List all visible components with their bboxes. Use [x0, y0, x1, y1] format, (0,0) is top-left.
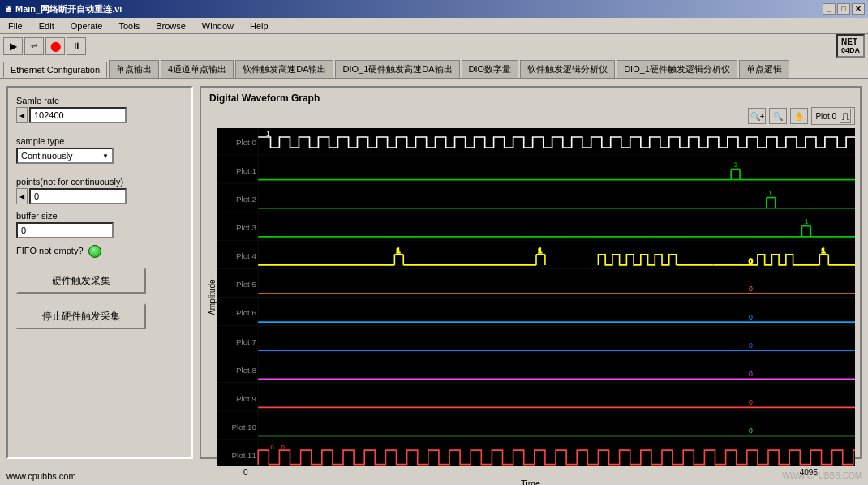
svg-text:0: 0: [749, 341, 753, 350]
svg-text:1: 1: [266, 130, 270, 138]
sample-rate-input[interactable]: 102400: [29, 107, 127, 123]
tab-4ch-output[interactable]: 4通道单点输出: [161, 60, 234, 78]
graph-title: Digital Waveform Graph: [206, 92, 855, 104]
tab-dio-digital[interactable]: DIO数字量: [462, 60, 519, 78]
svg-text:Plot 10: Plot 10: [231, 423, 256, 431]
svg-text:0: 0: [749, 257, 753, 265]
y-axis-label: Amplitude: [206, 128, 217, 466]
svg-text:Plot 1: Plot 1: [236, 166, 256, 175]
zoom-out-button[interactable]: 🔍: [769, 108, 787, 124]
start-hw-trigger-button[interactable]: 硬件触发采集: [16, 268, 146, 294]
return-button[interactable]: ↩: [24, 37, 44, 55]
right-panel: Digital Waveform Graph 🔍+ 🔍 ✋ Plot 0 ⎍ A…: [200, 86, 862, 459]
minimize-button[interactable]: _: [823, 3, 836, 15]
svg-text:1: 1: [538, 247, 542, 255]
tab-ethernet-configuration[interactable]: Ethernet Configuration: [3, 62, 107, 78]
menu-browse[interactable]: Browse: [151, 19, 191, 32]
svg-text:Plot 0: Plot 0: [236, 138, 257, 147]
dropdown-arrow-icon: ▼: [102, 152, 109, 160]
buffer-size-input[interactable]: 0: [16, 222, 114, 238]
plot-select[interactable]: Plot 0 ⎍: [811, 107, 855, 125]
graph-inner[interactable]: Plot 0 1 Plot 1: [217, 128, 855, 466]
sample-rate-input-group: ◀ 102400: [16, 107, 183, 123]
x-axis-start: 0: [243, 468, 248, 477]
net-indicator: NET NET 04DA 04DA: [836, 34, 865, 58]
title-bar-controls: _ □ ✕: [823, 3, 865, 15]
stop-button[interactable]: ⬤: [45, 37, 65, 55]
pause-button[interactable]: ⏸: [67, 37, 86, 55]
tab-dio1-hw-logic[interactable]: DIO_1硬件触发逻辑分析仪: [617, 60, 737, 78]
menu-bar: File Edit Operate Tools Browse Window He…: [0, 18, 868, 34]
status-right: WWW.CPUBBS.COM: [782, 471, 862, 480]
svg-text:Plot 11: Plot 11: [231, 451, 256, 460]
svg-text:Plot 3: Plot 3: [236, 223, 257, 232]
sample-rate-label: Samle rate: [16, 96, 183, 105]
x-axis: 0 4095: [206, 466, 855, 477]
graph-container: Amplitude: [206, 128, 855, 485]
sample-rate-decrement[interactable]: ◀: [16, 107, 28, 123]
menu-tools[interactable]: Tools: [114, 19, 144, 32]
svg-text:Plot 5: Plot 5: [236, 280, 257, 289]
svg-text:1: 1: [768, 189, 772, 197]
sample-type-label: sample type: [16, 136, 183, 146]
pan-button[interactable]: ✋: [790, 108, 808, 124]
buffer-size-section: buffer size 0: [16, 211, 183, 238]
fifo-label: FIFO not empty?: [16, 246, 84, 255]
graph-toolbar: 🔍+ 🔍 ✋ Plot 0 ⎍: [206, 107, 855, 125]
svg-text:0: 0: [749, 427, 753, 435]
title-icon: 🖥: [3, 4, 12, 14]
main-content: Samle rate ◀ 102400 sample type Continuo…: [0, 79, 868, 466]
x-axis-title: Time: [206, 479, 855, 485]
tab-single-logic[interactable]: 单点逻辑: [739, 60, 789, 78]
tabs-bar: Ethernet Configuration 单点输出 4通道单点输出 软件触发…: [0, 58, 868, 79]
menu-operate[interactable]: Operate: [66, 19, 108, 32]
close-button[interactable]: ✕: [852, 3, 865, 15]
sample-rate-section: Samle rate ◀ 102400: [16, 96, 183, 123]
svg-text:Plot 7: Plot 7: [236, 337, 256, 346]
points-label: points(not for continuously): [16, 177, 183, 187]
run-button[interactable]: ▶: [3, 37, 23, 55]
toolbar: ▶ ↩ ⬤ ⏸ NET NET 04DA 04DA: [0, 34, 868, 58]
svg-text:Plot 4: Plot 4: [236, 251, 257, 260]
buffer-size-label: buffer size: [16, 211, 183, 221]
svg-text:0: 0: [749, 313, 753, 321]
svg-text:0: 0: [749, 370, 753, 378]
window-title: Main_网络断开自动重连.vi: [15, 3, 122, 15]
svg-text:0: 0: [749, 398, 753, 406]
stop-hw-trigger-button[interactable]: 停止硬件触发采集: [16, 303, 146, 329]
title-bar: 🖥 Main_网络断开自动重连.vi _ □ ✕: [0, 0, 868, 18]
points-input[interactable]: 0: [29, 188, 127, 204]
sample-type-section: sample type Continuously ▼: [16, 136, 183, 164]
svg-text:0: 0: [271, 444, 274, 451]
svg-text:Plot 8: Plot 8: [236, 366, 257, 375]
status-left: www.cpubbs.com: [6, 471, 76, 481]
tab-dio1-hw-da[interactable]: DIO_1硬件触发高速DA输出: [335, 60, 459, 78]
tab-single-output[interactable]: 单点输出: [109, 60, 159, 78]
waveform-icon: ⎍: [840, 109, 851, 123]
menu-file[interactable]: File: [3, 19, 28, 32]
svg-text:Plot 6: Plot 6: [236, 308, 257, 317]
points-decrement[interactable]: ◀: [16, 188, 28, 204]
points-input-group: ◀ 0: [16, 188, 183, 204]
waveform-graph[interactable]: Plot 0 1 Plot 1: [217, 128, 855, 466]
fifo-section: FIFO not empty?: [16, 245, 183, 258]
sample-type-dropdown[interactable]: Continuously ▼: [16, 148, 114, 164]
plot-select-label: Plot 0: [815, 112, 836, 121]
fifo-led: [88, 245, 101, 258]
menu-window[interactable]: Window: [197, 19, 238, 32]
tab-sw-logic[interactable]: 软件触发逻辑分析仪: [520, 60, 615, 78]
svg-text:1: 1: [397, 247, 401, 255]
points-section: points(not for continuously) ◀ 0: [16, 177, 183, 204]
title-bar-title: 🖥 Main_网络断开自动重连.vi: [3, 3, 122, 15]
svg-text:Plot 9: Plot 9: [236, 394, 256, 403]
svg-text:0: 0: [749, 285, 753, 293]
maximize-button[interactable]: □: [837, 3, 850, 15]
zoom-in-button[interactable]: 🔍+: [748, 108, 766, 124]
svg-text:1: 1: [805, 217, 809, 225]
menu-edit[interactable]: Edit: [34, 19, 59, 32]
svg-text:1: 1: [733, 161, 737, 169]
tab-sw-da-output[interactable]: 软件触发高速DA输出: [235, 60, 333, 78]
menu-help[interactable]: Help: [245, 19, 273, 32]
left-panel: Samle rate ◀ 102400 sample type Continuo…: [6, 86, 193, 459]
svg-text:Plot 2: Plot 2: [236, 195, 256, 204]
